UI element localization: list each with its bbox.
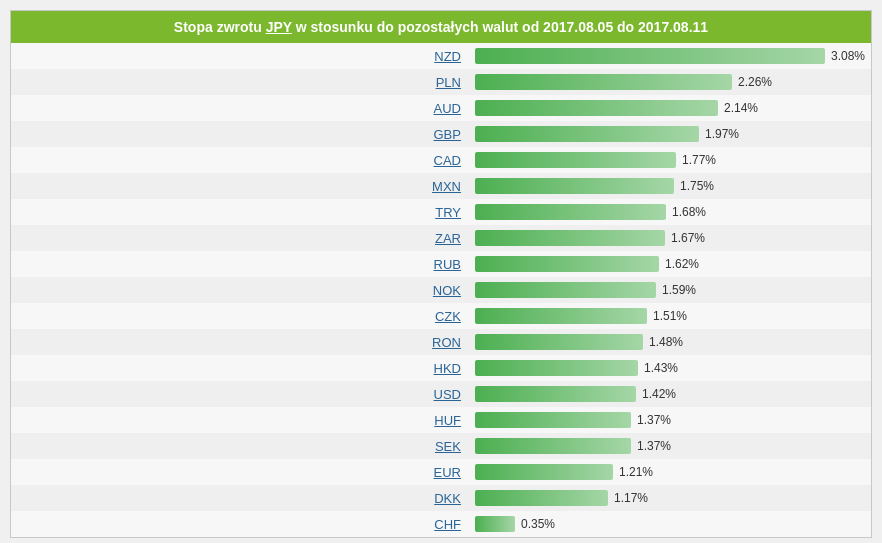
rate-value: 1.67% [671,231,705,245]
rate-value: 1.62% [665,257,699,271]
currency-cell: CHF [11,511,469,537]
bar-cell: 1.21% [469,459,871,485]
table-row: MXN1.75% [11,173,871,199]
table-row: CAD1.77% [11,147,871,173]
currency-link[interactable]: EUR [434,465,461,480]
rate-bar [475,204,666,220]
rate-value: 2.14% [724,101,758,115]
currency-cell: GBP [11,121,469,147]
rate-bar [475,178,674,194]
currency-link[interactable]: GBP [434,127,461,142]
rate-value: 1.43% [644,361,678,375]
currency-cell: MXN [11,173,469,199]
header-prefix: Stopa zwrotu [174,19,266,35]
currency-link[interactable]: ZAR [435,231,461,246]
rate-bar [475,516,515,532]
rate-bar [475,334,643,350]
bar-cell: 1.59% [469,277,871,303]
rate-value: 1.97% [705,127,739,141]
currency-link[interactable]: HUF [434,413,461,428]
rate-bar [475,152,676,168]
currency-link[interactable]: DKK [434,491,461,506]
table-row: AUD2.14% [11,95,871,121]
currency-cell: ZAR [11,225,469,251]
rate-value: 1.75% [680,179,714,193]
table-row: NZD3.08% [11,43,871,69]
currency-link[interactable]: MXN [432,179,461,194]
bar-cell: 1.67% [469,225,871,251]
currency-cell: CAD [11,147,469,173]
currency-cell: SEK [11,433,469,459]
rate-value: 1.21% [619,465,653,479]
currency-link[interactable]: HKD [434,361,461,376]
rate-value: 1.59% [662,283,696,297]
currency-link[interactable]: RUB [434,257,461,272]
rate-value: 1.37% [637,413,671,427]
rate-bar [475,386,636,402]
bar-cell: 3.08% [469,43,871,69]
table-row: HKD1.43% [11,355,871,381]
rate-value: 1.77% [682,153,716,167]
bar-cell: 1.68% [469,199,871,225]
rate-value: 0.35% [521,517,555,531]
main-container: Stopa zwrotu JPY w stosunku do pozostały… [10,10,872,538]
table-row: PLN2.26% [11,69,871,95]
currency-cell: AUD [11,95,469,121]
currency-link[interactable]: AUD [434,101,461,116]
bar-cell: 2.14% [469,95,871,121]
currency-link[interactable]: CHF [434,517,461,532]
currency-link[interactable]: TRY [435,205,461,220]
table-row: NOK1.59% [11,277,871,303]
rate-value: 1.42% [642,387,676,401]
rate-bar [475,48,825,64]
rate-value: 1.37% [637,439,671,453]
bar-cell: 1.48% [469,329,871,355]
rate-value: 1.17% [614,491,648,505]
rate-bar [475,438,631,454]
currency-link[interactable]: USD [434,387,461,402]
bar-cell: 1.62% [469,251,871,277]
table-row: RUB1.62% [11,251,871,277]
currency-cell: HKD [11,355,469,381]
table-row: SEK1.37% [11,433,871,459]
rate-bar [475,100,718,116]
rate-value: 1.51% [653,309,687,323]
rate-value: 1.48% [649,335,683,349]
rate-bar [475,230,665,246]
base-currency-link[interactable]: JPY [266,19,292,35]
bar-cell: 1.75% [469,173,871,199]
currency-link[interactable]: RON [432,335,461,350]
bar-cell: 1.37% [469,433,871,459]
rate-bar [475,464,613,480]
currency-link[interactable]: CAD [434,153,461,168]
bar-cell: 1.51% [469,303,871,329]
bar-cell: 0.35% [469,511,871,537]
currency-link[interactable]: NOK [433,283,461,298]
currency-link[interactable]: SEK [435,439,461,454]
bar-cell: 2.26% [469,69,871,95]
bar-cell: 1.17% [469,485,871,511]
currency-link[interactable]: CZK [435,309,461,324]
rate-bar [475,490,608,506]
rates-table: NZD3.08%PLN2.26%AUD2.14%GBP1.97%CAD1.77%… [11,43,871,537]
table-row: DKK1.17% [11,485,871,511]
rate-bar [475,308,647,324]
rate-value: 2.26% [738,75,772,89]
currency-link[interactable]: PLN [436,75,461,90]
rate-value: 3.08% [831,49,865,63]
bar-cell: 1.37% [469,407,871,433]
currency-cell: DKK [11,485,469,511]
rate-bar [475,282,656,298]
rate-bar [475,126,699,142]
bar-cell: 1.43% [469,355,871,381]
table-row: CHF0.35% [11,511,871,537]
currency-cell: HUF [11,407,469,433]
table-row: ZAR1.67% [11,225,871,251]
table-row: EUR1.21% [11,459,871,485]
currency-link[interactable]: NZD [434,49,461,64]
currency-cell: TRY [11,199,469,225]
currency-cell: USD [11,381,469,407]
rate-bar [475,74,732,90]
table-row: CZK1.51% [11,303,871,329]
rate-value: 1.68% [672,205,706,219]
